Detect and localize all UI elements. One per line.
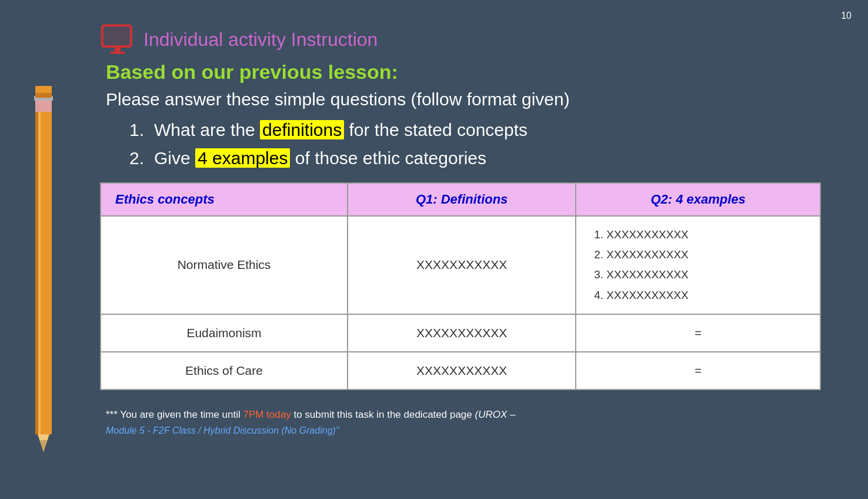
- svg-rect-10: [105, 28, 129, 44]
- footer-italic-suffix: (UROX –: [475, 409, 516, 420]
- row1-definition: XXXXXXXXXXX: [348, 216, 576, 314]
- list-item-1: 1. What are the definitions for the stat…: [129, 120, 821, 140]
- table-row: Ethics of Care XXXXXXXXXXX =: [101, 352, 820, 390]
- row2-examples: =: [576, 314, 820, 352]
- list-item-1-text: What are the definitions for the stated …: [154, 120, 528, 140]
- list-item-2: 2. Give 4 examples of those ethic catego…: [129, 148, 821, 168]
- row3-concept: Ethics of Care: [101, 352, 348, 390]
- subtitle: Based on our previous lesson:: [106, 61, 821, 84]
- slide-container: 10 Individual activity Instruction Based…: [0, 0, 868, 499]
- examples-highlight: 4 examples: [195, 148, 290, 168]
- body-text: Please answer these simple questions (fo…: [106, 89, 821, 109]
- header-title: Individual activity Instruction: [143, 29, 378, 51]
- row1-examples: 1. XXXXXXXXXXX 2. XXXXXXXXXXX 3. XXXXXXX…: [576, 216, 820, 314]
- monitor-icon: [100, 24, 135, 56]
- row3-definition: XXXXXXXXXXX: [348, 352, 576, 390]
- page-number: 10: [841, 11, 852, 21]
- row2-concept: Eudaimonism: [101, 314, 348, 352]
- list-item-2-text: Give 4 examples of those ethic categorie…: [154, 148, 486, 168]
- footer-text-after: to submit this task in the dedicated pag…: [291, 409, 475, 420]
- row3-examples: =: [576, 352, 820, 390]
- table-row: Eudaimonism XXXXXXXXXXX =: [101, 314, 820, 352]
- definitions-highlight: definitions: [260, 120, 344, 139]
- header-row: Individual activity Instruction: [100, 24, 821, 56]
- footer-note: *** You are given the time until 7PM tod…: [106, 407, 821, 438]
- row2-definition: XXXXXXXXXXX: [348, 314, 576, 352]
- footer-italic-line2: Module 5 - F2F Class / Hybrid Discussion…: [106, 425, 339, 435]
- numbered-list: 1. What are the definitions for the stat…: [129, 120, 821, 168]
- svg-rect-12: [110, 51, 125, 54]
- list-number-2: 2.: [129, 148, 148, 168]
- svg-rect-11: [115, 46, 121, 51]
- list-item-2-before: Give: [154, 148, 195, 168]
- col-header-examples: Q2: 4 examples: [576, 183, 820, 216]
- row1-concept: Normative Ethics: [101, 216, 348, 314]
- list-number-1: 1.: [129, 120, 148, 140]
- footer-text-before: *** You are given the time until: [106, 409, 243, 420]
- time-highlight: 7PM today: [243, 409, 291, 420]
- list-item-1-after: for the stated concepts: [344, 120, 528, 139]
- list-item-1-before: What are the: [154, 120, 260, 139]
- table-header-row: Ethics concepts Q1: Definitions Q2: 4 ex…: [101, 183, 820, 216]
- list-item-2-after: of those ethic categories: [290, 148, 486, 168]
- ethics-table: Ethics concepts Q1: Definitions Q2: 4 ex…: [100, 182, 821, 390]
- col-header-concepts: Ethics concepts: [101, 183, 348, 216]
- col-header-definitions: Q1: Definitions: [348, 183, 576, 216]
- table-row: Normative Ethics XXXXXXXXXXX 1. XXXXXXXX…: [101, 216, 820, 314]
